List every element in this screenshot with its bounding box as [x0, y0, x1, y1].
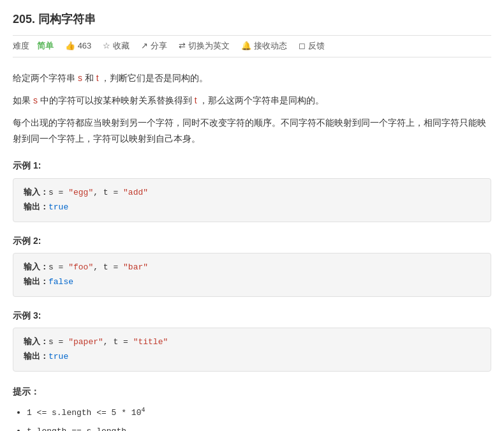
share-button[interactable]: ↗ 分享 [141, 40, 167, 53]
toolbar: 难度 简单 👍 463 ☆ 收藏 ↗ 分享 ⇄ 切换为英文 🔔 接收动态 ◻ 反… [13, 35, 491, 57]
subscribe-label: 接收动态 [254, 40, 287, 53]
example3-input: 输入：s = "paper", t = "title" [24, 335, 480, 349]
hints-section: 提示： 1 <= s.length <= 5 * 104 t.length ==… [13, 384, 491, 431]
feedback-label: 反馈 [308, 40, 325, 53]
problem-title: 205. 同构字符串 [13, 10, 96, 29]
share-icon: ↗ [141, 40, 148, 53]
feedback-button[interactable]: ◻ 反馈 [299, 40, 325, 53]
feedback-icon: ◻ [299, 40, 306, 53]
difficulty-item: 难度 简单 [13, 40, 54, 53]
hint-item-1: 1 <= s.length <= 5 * 104 [27, 404, 491, 421]
subscribe-button[interactable]: 🔔 接收动态 [241, 40, 287, 53]
collect-label: 收藏 [113, 40, 130, 53]
switch-lang-button[interactable]: ⇄ 切换为英文 [179, 40, 230, 53]
hints-title: 提示： [13, 384, 491, 398]
like-button[interactable]: 👍 463 [65, 40, 92, 53]
like-count: 463 [78, 40, 92, 53]
example3-block: 输入：s = "paper", t = "title" 输出：true [13, 328, 491, 372]
desc-line2: 如果 s 中的字符可以按某种映射关系替换得到 t ，那么这两个字符串是同构的。 [13, 93, 491, 109]
problem-number: 205. [13, 13, 35, 26]
difficulty-label: 难度 [13, 40, 29, 53]
share-label: 分享 [151, 40, 167, 53]
example2-block: 输入：s = "foo", t = "bar" 输出：false [13, 253, 491, 297]
example3-title: 示例 3: [13, 308, 491, 322]
example1-output: 输出：true [24, 200, 480, 215]
difficulty-value: 简单 [37, 40, 54, 53]
problem-title-text: 同构字符串 [38, 13, 96, 26]
desc-line3: 每个出现的字符都应当映射到另一个字符，同时不改变字符的顺序。不同字符不能映射到同… [13, 115, 491, 147]
example1-input: 输入：s = "egg", t = "add" [24, 185, 480, 200]
collect-button[interactable]: ☆ 收藏 [103, 40, 130, 53]
thumb-up-icon: 👍 [65, 40, 75, 53]
star-icon: ☆ [103, 40, 110, 53]
example2-title: 示例 2: [13, 234, 491, 248]
example2-output: 输出：false [24, 275, 480, 289]
desc-line1: 给定两个字符串 s 和 t ，判断它们是否是同构的。 [13, 70, 491, 86]
example3-output: 输出：true [24, 349, 480, 364]
example2-input: 输入：s = "foo", t = "bar" [24, 260, 480, 275]
switch-label: 切换为英文 [188, 40, 230, 53]
example1-block: 输入：s = "egg", t = "add" 输出：true [13, 178, 491, 222]
hint-item-2: t.length == s.length [27, 423, 491, 431]
bell-icon: 🔔 [241, 40, 251, 53]
switch-icon: ⇄ [179, 40, 186, 53]
hints-list: 1 <= s.length <= 5 * 104 t.length == s.l… [13, 404, 491, 431]
problem-description: 给定两个字符串 s 和 t ，判断它们是否是同构的。 如果 s 中的字符可以按某… [13, 70, 491, 147]
example1-title: 示例 1: [13, 158, 491, 172]
